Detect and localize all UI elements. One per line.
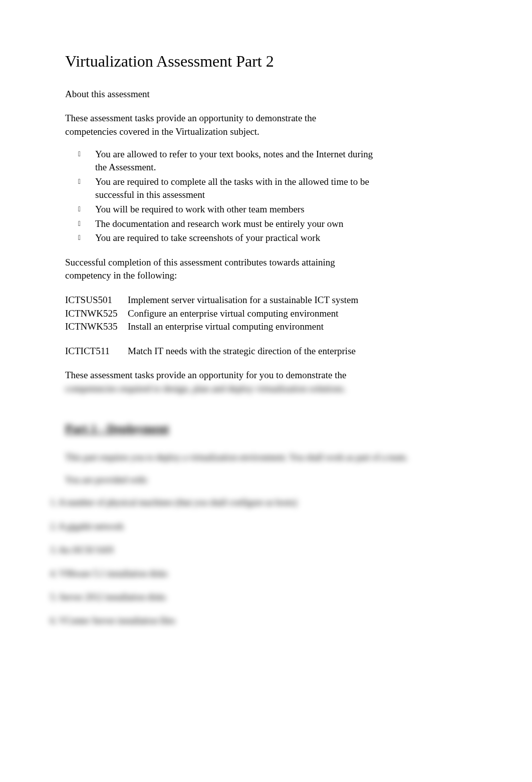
competency-description: Implement server virtualisation for a su… (128, 294, 467, 307)
competency-code: ICTNWK525 (65, 307, 128, 321)
competency-description: Install an enterprise virtual computing … (128, 320, 467, 334)
table-row: ICTNWK525 Configure an enterprise virtua… (65, 307, 467, 321)
completion-paragraph: Successful completion of this assessment… (65, 256, 366, 283)
table-row: ICTICT511 Match IT needs with the strate… (65, 345, 467, 358)
list-item:  You are required to complete all the t… (75, 175, 467, 202)
table-row: ICTSUS501 Implement server virtualisatio… (65, 294, 467, 307)
list-item:  The documentation and research work mu… (75, 217, 467, 231)
competency-table: ICTSUS501 Implement server virtualisatio… (65, 294, 467, 358)
closing-blurred-text: competencies required to design, plan an… (65, 383, 346, 394)
bullet-icon:  (78, 203, 95, 216)
blurred-list-item: 1. A number of physical machines (that y… (50, 496, 467, 509)
bullet-icon:  (78, 175, 95, 202)
blurred-list-item: 2. A gigabit network (50, 520, 467, 533)
blurred-list-item: 3. An iSCSI SAN (50, 544, 467, 557)
bullet-icon:  (78, 148, 95, 174)
blurred-list-item: 5. Server 2012 installation disks (50, 591, 467, 604)
competency-code: ICTSUS501 (65, 294, 128, 307)
section-subtitle: About this assessment (65, 88, 467, 101)
list-item-text: You are allowed to refer to your text bo… (95, 148, 376, 174)
closing-clear-text: These assessment tasks provide an opport… (65, 370, 346, 380)
list-item-text: You will be required to work with other … (95, 203, 376, 216)
list-item-text: You are required to take screenshots of … (95, 231, 376, 245)
blurred-preview-section: Part 1 - Deployment This part requires y… (65, 395, 467, 627)
list-item-text: The documentation and research work must… (95, 217, 376, 231)
competency-description: Match IT needs with the strategic direct… (128, 345, 467, 358)
list-item:  You are required to take screenshots o… (75, 231, 467, 245)
list-item-text: You are required to complete all the tas… (95, 175, 376, 202)
assessment-rules-list:  You are allowed to refer to your text … (75, 148, 467, 245)
table-row: ICTNWK535 Install an enterprise virtual … (65, 320, 467, 334)
list-item:  You are allowed to refer to your text … (75, 148, 467, 174)
closing-paragraph: These assessment tasks provide an opport… (65, 369, 366, 395)
blurred-list-item: 6. VCenter Server installation files (50, 615, 467, 627)
competency-code: ICTICT511 (65, 345, 128, 358)
list-item:  You will be required to work with othe… (75, 203, 467, 216)
blurred-paragraph: You are provided with: (65, 474, 467, 486)
blurred-paragraph: This part requires you to deploy a virtu… (65, 451, 467, 464)
blurred-heading: Part 1 - Deployment (65, 420, 467, 437)
competency-description: Configure an enterprise virtual computin… (128, 307, 467, 321)
intro-paragraph: These assessment tasks provide an opport… (65, 112, 366, 138)
page-title: Virtualization Assessment Part 2 (65, 50, 467, 73)
competency-code: ICTNWK535 (65, 320, 128, 334)
bullet-icon:  (78, 231, 95, 245)
bullet-icon:  (78, 217, 95, 231)
blurred-list-item: 4. VMware 5.1 installation disks (50, 568, 467, 580)
